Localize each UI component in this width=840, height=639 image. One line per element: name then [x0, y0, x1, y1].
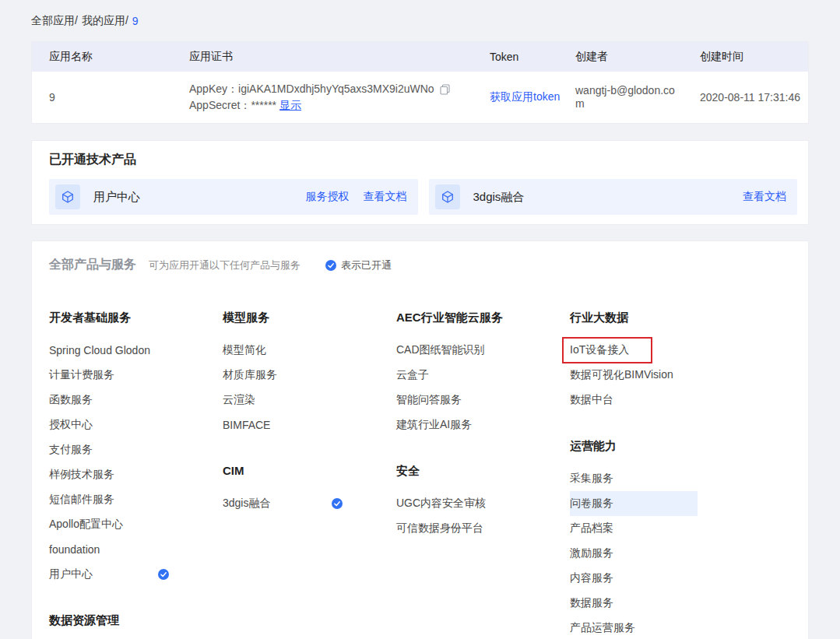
service-item-label: 云渲染 — [223, 393, 255, 407]
service-item[interactable]: 计量计费服务 — [49, 363, 177, 388]
col-header-creator: 创建者 — [575, 50, 700, 64]
activated-check-icon — [332, 498, 343, 509]
service-item-label: Spring Cloud Glodon — [49, 344, 150, 356]
service-item[interactable]: 授权中心 — [49, 413, 177, 437]
service-item[interactable]: 问卷服务 — [570, 491, 698, 516]
service-section: CIM 3dgis融合 — [223, 462, 396, 516]
product-link[interactable]: 查看文档 — [743, 190, 786, 204]
service-section-title: 数据资源管理 — [49, 612, 223, 629]
service-items: Spring Cloud Glodon 计量计费服务 — [49, 338, 223, 587]
service-item[interactable]: 采集服务 — [570, 466, 698, 491]
product-link[interactable]: 服务授权 — [306, 190, 350, 204]
catalog-subtitle: 可为应用开通以下任何产品与服务 — [149, 258, 301, 272]
service-item[interactable]: 函数服务 — [49, 388, 177, 413]
service-item[interactable]: 数据服务 — [570, 591, 698, 616]
service-column: 行业大数据 IoT设备接入 — [570, 284, 791, 639]
creator-cell: wangtj-b@glodon.com — [575, 84, 700, 111]
service-item[interactable]: 3dgis融合 — [223, 491, 350, 516]
col-header-app-cert: 应用证书 — [189, 50, 490, 64]
service-section: 行业大数据 IoT设备接入 — [570, 309, 791, 413]
activated-product-list: 用户中心 服务授权查看文档 3dgis融合 查看文档 — [49, 179, 797, 215]
service-items: IoT设备接入 数据可视化BIMVision — [570, 338, 791, 413]
service-item[interactable]: 内容服务 — [570, 566, 698, 591]
app-cert-cell: AppKey：igiAKA1MDxdhj5hyYq5axs3MX9i2uWNo … — [189, 81, 490, 114]
service-column: AEC行业智能云服务 CAD图纸智能识别 — [396, 284, 570, 639]
service-item-label: 问卷服务 — [570, 497, 613, 511]
table-header: 应用名称 应用证书 Token 创建者 创建时间 — [32, 42, 808, 72]
page: 全部应用/ 我的应用/ 9 应用名称 应用证书 Token 创建者 创建时间 9… — [0, 0, 840, 639]
service-item-label: IoT设备接入 — [570, 343, 629, 357]
service-item-label: 模型简化 — [223, 343, 266, 357]
service-section-title: CIM — [223, 462, 396, 479]
service-item-label: BIMFACE — [223, 419, 270, 431]
service-item[interactable]: 可信数据身份平台 — [396, 516, 524, 541]
service-columns: 开发者基础服务 Spring Cloud Glodon — [49, 284, 791, 639]
service-section: AEC行业智能云服务 CAD图纸智能识别 — [396, 309, 570, 437]
service-item-label: 支付服务 — [49, 443, 93, 457]
service-item-label: 采集服务 — [570, 472, 613, 486]
service-item-label: 数据服务 — [570, 596, 613, 610]
service-item-label: 激励服务 — [570, 546, 613, 560]
service-item-label: 数据可视化BIMVision — [570, 368, 673, 382]
service-items: CAD图纸智能识别 云盒子 — [396, 338, 570, 437]
service-item[interactable]: UGC内容安全审核 — [396, 491, 524, 516]
breadcrumb-my-apps[interactable]: 我的应用/ — [82, 14, 128, 28]
service-item[interactable]: 短信邮件服务 — [49, 487, 177, 512]
service-item-label: CAD图纸智能识别 — [396, 343, 485, 357]
service-section-title: 开发者基础服务 — [49, 309, 223, 326]
product-item: 用户中心 服务授权查看文档 — [49, 179, 418, 215]
service-item-label: 产品运营服务 — [570, 621, 635, 635]
service-section-title: 安全 — [396, 462, 570, 479]
product-link[interactable]: 查看文档 — [364, 190, 407, 204]
cube-icon — [55, 184, 80, 209]
product-links: 查看文档 — [743, 190, 786, 204]
service-item[interactable]: 智能问答服务 — [396, 388, 524, 413]
service-item[interactable]: 支付服务 — [49, 437, 177, 462]
app-table-card: 应用名称 应用证书 Token 创建者 创建时间 9 AppKey：igiAKA… — [31, 41, 809, 124]
activated-check-icon — [325, 260, 336, 271]
service-section: 运营能力 采集服务 — [570, 437, 791, 639]
service-item[interactable]: 产品运营服务 — [570, 616, 698, 639]
service-item[interactable]: Spring Cloud Glodon — [49, 338, 177, 363]
service-item[interactable]: 用户中心 — [49, 562, 177, 587]
service-item[interactable]: 建筑行业AI服务 — [396, 413, 524, 437]
service-section-title: 行业大数据 — [570, 309, 791, 326]
service-item[interactable]: IoT设备接入 — [570, 338, 698, 363]
service-item[interactable]: foundation — [49, 537, 177, 562]
service-item[interactable]: BIMFACE — [223, 413, 350, 437]
service-item-label: 可信数据身份平台 — [396, 521, 483, 535]
service-item-label: 数据中台 — [570, 393, 613, 407]
service-item-label: 云盒子 — [396, 368, 429, 382]
service-item-label: 3dgis融合 — [223, 497, 270, 511]
service-item[interactable]: 材质库服务 — [223, 363, 350, 388]
copy-icon[interactable] — [440, 84, 450, 95]
get-token-link[interactable]: 获取应用token — [490, 90, 560, 103]
service-item[interactable]: Apollo配置中心 — [49, 512, 177, 537]
service-item[interactable]: 云渲染 — [223, 388, 350, 413]
activated-products-card: 已开通技术产品 用户中心 服务授权查看文档 3dg — [31, 140, 809, 225]
service-item[interactable]: 云盒子 — [396, 363, 524, 388]
appsecret-label: AppSecret： — [189, 97, 251, 114]
service-item[interactable]: 样例技术服务 — [49, 462, 177, 487]
service-section-title: 运营能力 — [570, 437, 791, 455]
legend: 表示已开通 — [325, 258, 392, 272]
service-item[interactable]: 数据中台 — [570, 388, 698, 413]
service-sections: 行业大数据 IoT设备接入 — [570, 309, 791, 639]
service-section: 开发者基础服务 Spring Cloud Glodon — [49, 309, 223, 587]
service-item-label: 用户中心 — [49, 567, 93, 581]
product-name: 用户中心 — [93, 190, 306, 205]
service-item[interactable]: 产品档案 — [570, 516, 698, 541]
service-item[interactable]: 数据可视化BIMVision — [570, 363, 698, 388]
service-item[interactable]: 激励服务 — [570, 541, 698, 566]
service-section-title: AEC行业智能云服务 — [396, 309, 570, 326]
table-row: 9 AppKey：igiAKA1MDxdhj5hyYq5axs3MX9i2uWN… — [32, 72, 808, 123]
show-secret-link[interactable]: 显示 — [279, 97, 301, 114]
service-item[interactable]: 模型简化 — [223, 338, 350, 363]
service-item-label: 建筑行业AI服务 — [396, 418, 472, 432]
created-at-cell: 2020-08-11 17:31:46 — [700, 91, 808, 104]
service-item-label: 样例技术服务 — [49, 468, 114, 482]
breadcrumb-all-apps[interactable]: 全部应用/ — [31, 14, 78, 28]
service-item[interactable]: CAD图纸智能识别 — [396, 338, 524, 363]
product-name: 3dgis融合 — [473, 190, 743, 205]
service-column: 开发者基础服务 Spring Cloud Glodon — [49, 284, 223, 639]
